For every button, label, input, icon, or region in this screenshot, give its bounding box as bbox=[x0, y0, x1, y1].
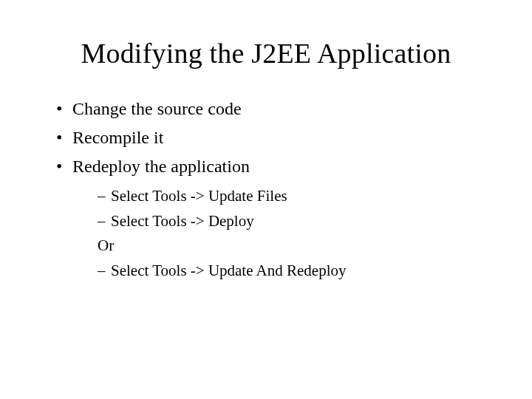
sub-item-plain: Or bbox=[98, 234, 495, 258]
bullet-list: Change the source code Recompile it Rede… bbox=[37, 96, 495, 282]
sub-list: Select Tools -> Update Files Select Tool… bbox=[72, 185, 495, 282]
bullet-text: Redeploy the application bbox=[72, 157, 250, 176]
slide-title: Modifying the J2EE Application bbox=[37, 37, 495, 69]
sub-item: Select Tools -> Deploy bbox=[98, 210, 495, 233]
sub-item: Select Tools -> Update Files bbox=[98, 185, 495, 208]
bullet-text: Recompile it bbox=[72, 128, 163, 147]
sub-text: Select Tools -> Update And Redeploy bbox=[111, 262, 347, 279]
sub-text: Select Tools -> Deploy bbox=[111, 212, 254, 230]
bullet-item: Recompile it bbox=[56, 125, 495, 151]
bullet-item: Change the source code bbox=[56, 96, 495, 122]
sub-text: Select Tools -> Update Files bbox=[111, 187, 287, 205]
bullet-text: Change the source code bbox=[72, 99, 242, 118]
sub-text: Or bbox=[98, 236, 114, 254]
bullet-item: Redeploy the application Select Tools ->… bbox=[56, 154, 495, 283]
slide: Modifying the J2EE Application Change th… bbox=[0, 0, 532, 399]
sub-item: Select Tools -> Update And Redeploy bbox=[98, 259, 495, 283]
